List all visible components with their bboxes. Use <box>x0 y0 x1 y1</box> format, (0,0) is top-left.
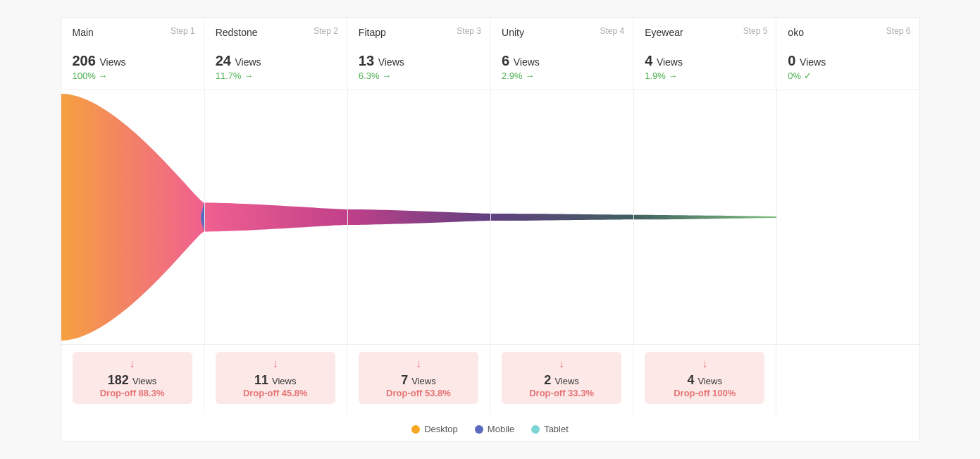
legend-item-tablet: Tablet <box>531 424 569 434</box>
step-name-5: oko <box>788 27 804 38</box>
step-name-3: Unity <box>502 27 524 38</box>
step-col-4: Eyewear Step 5 4 Views 1.9% → <box>633 18 776 90</box>
step-col-3: Unity Step 4 6 Views 2.9% → <box>490 18 633 90</box>
legend-label-tablet: Tablet <box>544 424 569 434</box>
step-col-5: oko Step 6 0 Views 0% ✓ <box>776 18 919 90</box>
dropoff-pct-1: Drop-off 45.8% <box>223 388 328 398</box>
dropoff-arrow-2: ↓ <box>366 357 471 370</box>
dropoff-arrow-3: ↓ <box>509 357 614 370</box>
step-pct-2: 6.3% → <box>359 71 478 81</box>
steps-header: Main Step 1 206 Views 100% → Redstone St… <box>61 18 919 90</box>
dropoff-col-2: ↓ 7 Views Drop-off 53.8% <box>347 345 490 414</box>
step-name-4: Eyewear <box>645 27 683 38</box>
funnel-area <box>61 90 919 344</box>
dropoff-pct-2: Drop-off 53.8% <box>366 388 471 398</box>
funnel-divider-2 <box>347 90 348 344</box>
dropoff-col-4: ↓ 4 Views Drop-off 100% <box>633 345 776 414</box>
dropoff-col-3: ↓ 2 Views Drop-off 33.3% <box>490 345 633 414</box>
step-pct-3: 2.9% → <box>502 71 621 81</box>
funnel-divider-4 <box>633 90 634 344</box>
step-views-3: 6 Views <box>502 53 621 69</box>
legend-label-mobile: Mobile <box>488 424 514 434</box>
legend-item-mobile: Mobile <box>475 424 514 434</box>
step-pct-4: 1.9% → <box>645 71 764 81</box>
dropoff-arrow-1: ↓ <box>223 357 328 370</box>
dropoff-pct-0: Drop-off 88.3% <box>80 388 185 398</box>
dropoff-views-3: 2 Views <box>509 373 614 388</box>
dropoff-views-0: 182 Views <box>80 373 185 388</box>
step-num-0: Step 1 <box>170 26 195 36</box>
step-num-2: Step 3 <box>457 26 481 36</box>
funnel-segment-1 <box>204 203 347 232</box>
step-num-5: Step 6 <box>886 26 911 36</box>
dropoff-row: ↓ 182 Views Drop-off 88.3% ↓ 11 Views Dr… <box>61 344 919 414</box>
step-name-0: Main <box>73 27 94 38</box>
dropoff-arrow-4: ↓ <box>652 357 757 370</box>
step-views-4: 4 Views <box>645 53 764 69</box>
chart-container: Main Step 1 206 Views 100% → Redstone St… <box>61 17 920 442</box>
dropoff-col-1: ↓ 11 Views Drop-off 45.8% <box>204 345 347 414</box>
step-name-1: Redstone <box>216 27 258 38</box>
dropoff-box-0: ↓ 182 Views Drop-off 88.3% <box>73 352 192 404</box>
funnel-segment-3 <box>490 214 633 221</box>
funnel-divider-5 <box>776 90 777 344</box>
dropoff-box-1: ↓ 11 Views Drop-off 45.8% <box>216 352 335 404</box>
dropoff-pct-3: Drop-off 33.3% <box>509 388 614 398</box>
legend-item-desktop: Desktop <box>411 424 458 434</box>
dropoff-views-1: 11 Views <box>223 373 328 388</box>
dropoff-col-0: ↓ 182 Views Drop-off 88.3% <box>61 345 204 414</box>
dropoff-box-4: ↓ 4 Views Drop-off 100% <box>645 352 764 404</box>
dropoff-views-4: 4 Views <box>652 373 757 388</box>
step-num-3: Step 4 <box>600 26 624 36</box>
step-num-4: Step 5 <box>743 26 768 36</box>
step-views-0: 206 Views <box>73 53 192 69</box>
legend: Desktop Mobile Tablet <box>61 414 919 441</box>
step-views-1: 24 Views <box>216 53 335 69</box>
legend-dot-desktop <box>411 425 420 434</box>
step-pct-0: 100% → <box>73 71 192 81</box>
step-col-1: Redstone Step 2 24 Views 11.7% → <box>204 18 347 90</box>
legend-label-desktop: Desktop <box>424 424 458 434</box>
step-num-1: Step 2 <box>314 26 338 36</box>
dropoff-arrow-0: ↓ <box>80 357 185 370</box>
step-name-2: Fitapp <box>359 27 386 38</box>
dropoff-box-2: ↓ 7 Views Drop-off 53.8% <box>359 352 478 404</box>
dropoff-box-3: ↓ 2 Views Drop-off 33.3% <box>502 352 621 404</box>
step-views-5: 0 Views <box>788 53 907 69</box>
step-pct-1: 11.7% → <box>216 71 335 81</box>
funnel-segment-4 <box>633 215 776 220</box>
funnel-divider-3 <box>490 90 491 344</box>
legend-dot-mobile <box>475 425 483 434</box>
dropoff-col-5 <box>776 345 919 414</box>
dropoff-views-2: 7 Views <box>366 373 471 388</box>
step-pct-5: 0% ✓ <box>788 71 907 81</box>
step-views-2: 13 Views <box>359 53 478 69</box>
funnel-segment-2 <box>347 209 490 225</box>
step-col-0: Main Step 1 206 Views 100% → <box>61 18 204 90</box>
funnel-divider-1 <box>204 90 205 344</box>
step-col-2: Fitapp Step 3 13 Views 6.3% → <box>347 18 490 90</box>
legend-dot-tablet <box>531 425 540 434</box>
dropoff-pct-4: Drop-off 100% <box>652 388 757 398</box>
funnel-segment-0 <box>61 94 204 341</box>
